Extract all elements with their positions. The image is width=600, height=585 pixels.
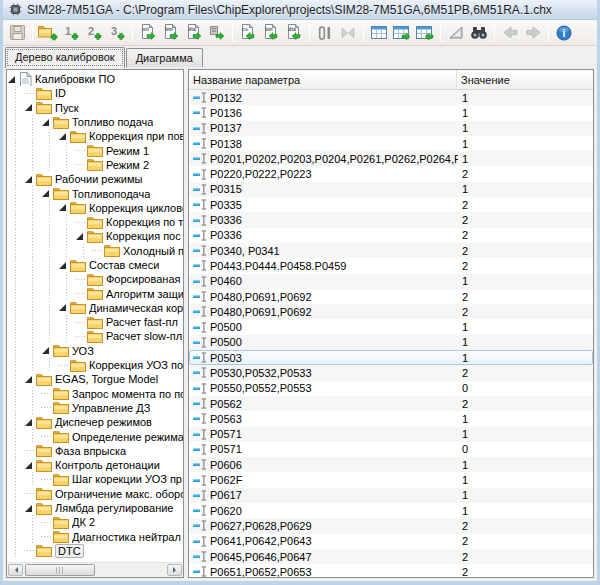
table-row[interactable]: P0220,P0222,P02232 <box>189 166 593 181</box>
add-folder-button[interactable] <box>37 22 59 44</box>
table-row[interactable]: P0651,P0652,P06532 <box>189 564 593 577</box>
table-row[interactable]: P04601 <box>189 274 593 289</box>
table-row[interactable]: P05031 <box>189 350 593 365</box>
table-row[interactable]: P0627,P0628,P06292 <box>189 518 593 533</box>
binary-compare-button[interactable] <box>314 22 336 44</box>
expand-arrow-icon[interactable] <box>24 101 36 115</box>
tab-calibration-tree[interactable]: Дерево калибровок <box>5 47 125 68</box>
table-row[interactable]: P03362 <box>189 228 593 243</box>
expand-arrow-icon[interactable] <box>58 258 70 272</box>
expand-arrow-icon[interactable] <box>41 115 53 129</box>
tree-item[interactable]: Диспечер режимов <box>7 415 183 429</box>
expand-arrow-icon[interactable] <box>75 229 87 243</box>
tree-item[interactable]: Фаза впрыска <box>7 444 183 458</box>
table-row[interactable]: P05711 <box>189 427 593 442</box>
column-header-value[interactable]: Значение <box>457 70 593 89</box>
tree-item[interactable]: ID <box>7 86 183 100</box>
expand-arrow-icon[interactable] <box>41 344 53 358</box>
tree-item[interactable]: Лямбда регулирование <box>7 501 183 515</box>
scrollbar-track[interactable] <box>95 564 167 576</box>
tree-item[interactable]: DTC <box>7 544 183 558</box>
title-bar[interactable]: SIM28-7M51GA - C:\Program Files\ChipExpl… <box>3 0 597 20</box>
tree-item[interactable]: Топливо подача <box>7 115 183 129</box>
table-row[interactable]: P05622 <box>189 396 593 411</box>
table-row[interactable]: P03151 <box>189 182 593 197</box>
table-row[interactable]: P05631 <box>189 411 593 426</box>
expand-arrow-icon[interactable] <box>24 458 36 472</box>
expand-arrow-icon[interactable] <box>58 301 70 315</box>
tree-item[interactable]: Режим 1 <box>7 143 183 157</box>
save-button[interactable] <box>6 22 28 44</box>
tree-horizontal-scrollbar[interactable] <box>7 562 183 577</box>
table-row[interactable]: P0645,P0646,P06472 <box>189 549 593 564</box>
table-row[interactable]: P01321 <box>189 90 593 105</box>
tree-item[interactable]: Коррекция пос <box>7 229 183 243</box>
table-import-button[interactable] <box>414 22 436 44</box>
scroll-right-button[interactable] <box>167 564 182 576</box>
tree-item[interactable]: Пуск <box>7 101 183 115</box>
open-ori-button[interactable]: ori <box>137 22 159 44</box>
import-dta-button[interactable]: dta <box>283 22 305 44</box>
info-button[interactable]: i <box>553 22 575 44</box>
table-row[interactable]: P0641,P0642,P06432 <box>189 534 593 549</box>
table-row[interactable]: P03362 <box>189 212 593 227</box>
table-row[interactable]: P0530,P0532,P05332 <box>189 365 593 380</box>
tree-item[interactable]: ДК 2 <box>7 515 183 529</box>
expand-arrow-icon[interactable] <box>58 129 70 143</box>
tab-diagram[interactable]: Диаграмма <box>126 48 203 67</box>
table-row[interactable]: P0201,P0202,P0203,P0204,P0261,P0262,P026… <box>189 151 593 166</box>
table-row[interactable]: P03352 <box>189 197 593 212</box>
table-row[interactable]: P062F1 <box>189 472 593 487</box>
tree-item[interactable]: Форсированая <box>7 272 183 286</box>
tree-item[interactable]: EGAS, Torgue Model <box>7 372 183 386</box>
tree-item[interactable]: УОЗ <box>7 344 183 358</box>
table-row[interactable]: P06061 <box>189 457 593 472</box>
table-row[interactable]: P0550,P0552,P05530 <box>189 381 593 396</box>
tree-item[interactable]: Состав смеси <box>7 258 183 272</box>
open-bin-button[interactable]: bin <box>160 22 182 44</box>
table-row[interactable]: P06171 <box>189 488 593 503</box>
add-2-button[interactable]: 2 <box>83 22 105 44</box>
forward-button[interactable] <box>522 22 544 44</box>
open-dta-button[interactable]: dta <box>183 22 205 44</box>
tree-item[interactable]: Диагностика нейтрал <box>7 530 183 544</box>
tree-item[interactable]: Режим 2 <box>7 158 183 172</box>
expand-arrow-icon[interactable] <box>24 372 36 386</box>
search-button[interactable] <box>468 22 490 44</box>
table-row[interactable]: P01371 <box>189 121 593 136</box>
table-row[interactable]: P0480,P0691,P06922 <box>189 289 593 304</box>
tree-item[interactable]: Управление ДЗ <box>7 401 183 415</box>
scroll-left-button[interactable] <box>8 564 23 576</box>
scrollbar-thumb[interactable] <box>25 564 95 576</box>
tree-item[interactable]: Расчет fast-пл <box>7 315 183 329</box>
expand-arrow-icon[interactable] <box>24 501 36 515</box>
table-row[interactable]: P06201 <box>189 503 593 518</box>
tree-item[interactable]: Коррекция по т <box>7 215 183 229</box>
tree-item[interactable]: Запрос момента по по <box>7 387 183 401</box>
table-row[interactable]: P01381 <box>189 136 593 151</box>
table-row[interactable]: P0480,P0691,P06922 <box>189 304 593 319</box>
expand-arrow-icon[interactable] <box>41 186 53 200</box>
tree-item[interactable]: Расчет slow-пл <box>7 329 183 343</box>
table-row[interactable]: P05001 <box>189 335 593 350</box>
tree-item[interactable]: Шаг корекции УОЗ пр <box>7 472 183 486</box>
tree-item[interactable]: Рабочии режимы <box>7 172 183 186</box>
add-1-button[interactable]: 1 <box>60 22 82 44</box>
tree-item[interactable]: Алгоритм защи <box>7 286 183 300</box>
tree-item[interactable]: Коррекция циклово <box>7 201 183 215</box>
column-header-parameter-name[interactable]: Название параметра <box>189 70 457 89</box>
tree-item[interactable]: Коррекция при пов <box>7 129 183 143</box>
merge-button[interactable] <box>337 22 359 44</box>
tree-item[interactable]: Определение режима <box>7 429 183 443</box>
expand-arrow-icon[interactable] <box>7 72 19 86</box>
import-bin-button[interactable]: bin <box>260 22 282 44</box>
expand-arrow-icon[interactable] <box>24 172 36 186</box>
measure-button[interactable] <box>445 22 467 44</box>
table-row[interactable]: P01361 <box>189 105 593 120</box>
tree-item[interactable]: Холодный п <box>7 244 183 258</box>
tree-item[interactable]: Коррекция УОЗ по <box>7 358 183 372</box>
tree-item[interactable]: Ограничение макс. оборо <box>7 487 183 501</box>
tree-item[interactable]: Контроль детонации <box>7 458 183 472</box>
table-view-button[interactable] <box>368 22 390 44</box>
export-doc-button[interactable] <box>206 22 228 44</box>
